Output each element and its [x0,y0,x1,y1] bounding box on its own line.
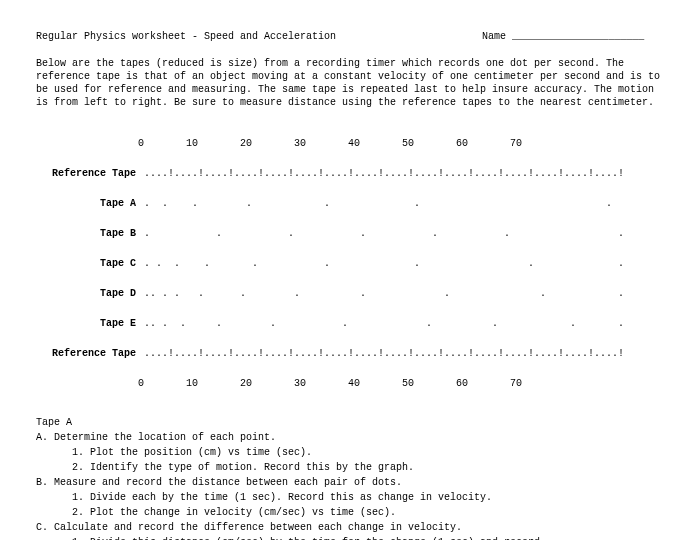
step-a-head: A. Determine the location of each point. [36,431,664,444]
step-b-head: B. Measure and record the distance betwe… [36,476,664,489]
ref-tape-label: Reference Tape [36,166,144,181]
ruler-numbers-top: 0 10 20 30 40 50 60 70 [36,136,664,151]
step-c-1: 1. Divide this distance (cm/sec) by the … [36,536,664,540]
ref-tape-label: Reference Tape [36,346,144,361]
tape-dots: .. . . . . . . . . . [144,318,624,329]
step-b-2: 2. Plot the change in velocity (cm/sec) … [36,506,664,519]
ref-tape-pattern: ....!....!....!....!....!....!....!....!… [144,348,624,359]
name-blank-line: ______________________ [512,31,644,42]
tape-label: Tape A [36,196,144,211]
tape-a-row: Tape A. . . . . . . [36,196,664,211]
instructions: Tape A A. Determine the location of each… [36,416,664,540]
intro-paragraph: Below are the tapes (reduced is size) fr… [36,57,664,109]
step-c-head: C. Calculate and record the difference b… [36,521,664,534]
tape-dots: . . . . . . . . . [144,258,624,269]
step-a-1: 1. Plot the position (cm) vs time (sec). [36,446,664,459]
tape-a-heading: Tape A [36,416,664,429]
tape-label: Tape B [36,226,144,241]
tape-b-row: Tape B. . . . . . . [36,226,664,241]
tape-dots: .. . . . . . . . . . [144,288,624,299]
ruler-numbers-bottom: 0 10 20 30 40 50 60 70 [36,376,664,391]
step-a-2: 2. Identify the type of motion. Record t… [36,461,664,474]
tape-label: Tape D [36,286,144,301]
tape-c-row: Tape C. . . . . . . . . [36,256,664,271]
worksheet-title: Regular Physics worksheet - Speed and Ac… [36,31,336,42]
reference-tape-bottom: Reference Tape....!....!....!....!....!.… [36,346,664,361]
ref-tape-pattern: ....!....!....!....!....!....!....!....!… [144,168,624,179]
name-label: Name [482,31,506,42]
tape-e-row: Tape E.. . . . . . . . . . [36,316,664,331]
tape-dots: . . . . . . . [144,228,624,239]
tape-dots: . . . . . . . [144,198,612,209]
tape-label: Tape C [36,256,144,271]
header: Regular Physics worksheet - Speed and Ac… [36,30,664,43]
tape-d-row: Tape D.. . . . . . . . . . [36,286,664,301]
step-b-1: 1. Divide each by the time (1 sec). Reco… [36,491,664,504]
tape-label: Tape E [36,316,144,331]
tape-diagram: 0 10 20 30 40 50 60 70 Reference Tape...… [36,121,664,406]
reference-tape-top: Reference Tape....!....!....!....!....!.… [36,166,664,181]
